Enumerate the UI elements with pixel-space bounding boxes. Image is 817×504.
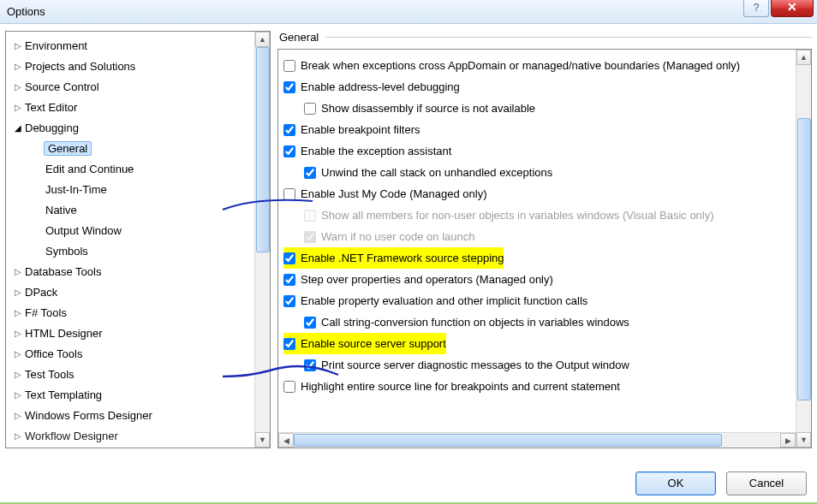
tree-node-workflow[interactable]: ▷ Workflow Designer <box>13 425 266 446</box>
opt-address-debug[interactable]: Enable address-level debugging <box>283 76 806 98</box>
opt-prop-eval[interactable]: Enable property evaluation and other imp… <box>283 290 806 311</box>
tree-node-winforms[interactable]: ▷ Windows Forms Designer <box>13 405 266 425</box>
opt-highlight-src-line[interactable]: Highlight entire source line for breakpo… <box>283 376 806 397</box>
chevron-right-icon: ▷ <box>13 329 23 338</box>
help-button[interactable]: ? <box>743 0 769 17</box>
tree-node-debugging-native[interactable]: Native <box>33 199 266 220</box>
opt-call-stringconv[interactable]: Call string-conversion function on objec… <box>283 311 806 333</box>
window-title: Options <box>7 5 45 18</box>
tree-node-dpack[interactable]: ▷ DPack <box>13 282 266 302</box>
tree-node-fsharp[interactable]: ▷ F# Tools <box>13 302 266 323</box>
checkbox[interactable] <box>283 60 295 72</box>
checkbox[interactable] <box>304 359 316 371</box>
scroll-thumb[interactable] <box>294 434 722 447</box>
chevron-right-icon: ▷ <box>13 103 23 112</box>
close-button[interactable]: ✕ <box>771 0 814 17</box>
title-bar: Options ? ✕ <box>0 0 817 24</box>
chevron-right-icon: ▷ <box>13 370 23 379</box>
checkbox[interactable] <box>283 274 295 286</box>
opt-show-nonuser: Show all members for non-user objects in… <box>283 205 806 226</box>
opt-unwind-callstack[interactable]: Unwind the call stack on unhandled excep… <box>283 162 806 183</box>
tree-node-source-control[interactable]: ▷ Source Control <box>13 76 266 97</box>
opt-breakpoint-filters[interactable]: Enable breakpoint filters <box>283 119 806 140</box>
tree-node-test-tools[interactable]: ▷ Test Tools <box>13 364 266 384</box>
checkbox[interactable] <box>283 295 295 307</box>
divider <box>325 37 812 38</box>
scroll-right-icon[interactable]: ▶ <box>780 433 796 448</box>
checkbox[interactable] <box>283 81 295 93</box>
opt-warn-nocode: Warn if no user code on launch <box>283 226 806 247</box>
chevron-right-icon: ▷ <box>13 308 23 317</box>
opt-source-server-diag[interactable]: Print source server diagnostic messages … <box>283 354 806 376</box>
chevron-right-icon: ▷ <box>13 41 23 50</box>
scroll-up-icon[interactable]: ▲ <box>255 32 270 47</box>
group-header: General <box>277 31 812 44</box>
checkbox <box>304 231 316 243</box>
chevron-right-icon: ▷ <box>13 62 23 71</box>
chevron-right-icon: ▷ <box>13 267 23 276</box>
scroll-left-icon[interactable]: ◀ <box>278 433 294 448</box>
scroll-thumb[interactable] <box>256 47 270 252</box>
chevron-right-icon: ▷ <box>13 431 23 441</box>
opt-break-appdomain[interactable]: Break when exceptions cross AppDomain or… <box>283 55 806 76</box>
tree-node-debugging-edit-continue[interactable]: Edit and Continue <box>33 158 266 179</box>
tree-node-text-editor[interactable]: ▷ Text Editor <box>13 97 266 117</box>
tree-node-debugging-general[interactable]: General <box>33 138 266 158</box>
chevron-right-icon: ▷ <box>13 411 23 420</box>
chevron-right-icon: ▷ <box>13 288 23 297</box>
checkbox[interactable] <box>283 338 295 350</box>
checkbox[interactable] <box>304 317 316 329</box>
opt-show-disasm[interactable]: Show disassembly if source is not availa… <box>283 98 806 119</box>
tree-node-debugging-jit[interactable]: Just-In-Time <box>33 179 266 199</box>
scroll-down-icon[interactable]: ▼ <box>255 432 270 448</box>
chevron-down-icon: ◢ <box>13 123 23 133</box>
scroll-thumb[interactable] <box>797 118 811 400</box>
tree-node-debugging-output[interactable]: Output Window <box>33 220 266 240</box>
opt-source-server[interactable]: Enable source server support <box>283 333 806 354</box>
checkbox[interactable] <box>304 167 316 179</box>
opt-net-source-stepping[interactable]: Enable .NET Framework source stepping <box>283 247 806 269</box>
tree-node-projects[interactable]: ▷ Projects and Solutions <box>13 56 266 76</box>
checkbox[interactable] <box>283 252 295 264</box>
group-title: General <box>279 31 319 44</box>
options-hscrollbar[interactable]: ◀ ▶ <box>278 432 796 448</box>
options-panel: Break when exceptions cross AppDomain or… <box>277 49 812 448</box>
tree-node-debugging[interactable]: ◢ Debugging <box>13 117 266 138</box>
checkbox <box>304 210 316 222</box>
close-icon: ✕ <box>787 0 797 14</box>
scroll-down-icon[interactable]: ▼ <box>796 432 811 448</box>
checkbox[interactable] <box>283 124 295 136</box>
tree-node-environment[interactable]: ▷ Environment <box>13 35 266 56</box>
opt-exception-assistant[interactable]: Enable the exception assistant <box>283 140 806 162</box>
checkbox[interactable] <box>283 145 295 157</box>
ok-button[interactable]: OK <box>635 471 716 495</box>
checkbox[interactable] <box>283 381 295 393</box>
checkbox[interactable] <box>304 103 316 115</box>
tree-node-db-tools[interactable]: ▷ Database Tools <box>13 261 266 282</box>
category-tree[interactable]: ▷ Environment ▷ Projects and Solutions ▷… <box>5 31 271 448</box>
tree-node-office-tools[interactable]: ▷ Office Tools <box>13 343 266 364</box>
chevron-right-icon: ▷ <box>13 390 23 400</box>
chevron-right-icon: ▷ <box>13 349 23 359</box>
tree-node-text-templating[interactable]: ▷ Text Templating <box>13 384 266 405</box>
tree-node-debugging-symbols[interactable]: Symbols <box>33 240 266 261</box>
options-vscrollbar[interactable]: ▲ ▼ <box>796 50 811 448</box>
chevron-right-icon: ▷ <box>13 82 23 92</box>
tree-node-html-designer[interactable]: ▷ HTML Designer <box>13 323 266 343</box>
opt-step-over-props[interactable]: Step over properties and operators (Mana… <box>283 269 806 290</box>
tree-scrollbar[interactable]: ▲ ▼ <box>254 32 270 448</box>
opt-just-my-code[interactable]: Enable Just My Code (Managed only) <box>283 183 806 205</box>
cancel-button[interactable]: Cancel <box>726 471 807 495</box>
scroll-up-icon[interactable]: ▲ <box>796 50 811 65</box>
checkbox[interactable] <box>283 188 295 200</box>
